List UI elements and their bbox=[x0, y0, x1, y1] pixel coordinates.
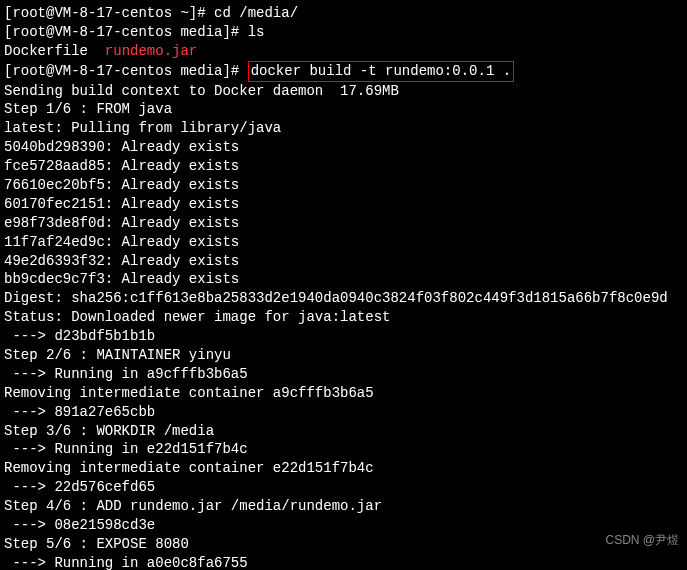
running-line: ---> Running in a0e0c8fa6755 bbox=[4, 554, 683, 570]
layer-line: e98f73de8f0d: Already exists bbox=[4, 214, 683, 233]
arrow-line: ---> 891a27e65cbb bbox=[4, 403, 683, 422]
terminal-output[interactable]: [root@VM-8-17-centos ~]# cd /media/ [roo… bbox=[4, 4, 683, 570]
prompt-line-1: [root@VM-8-17-centos ~]# cd /media/ bbox=[4, 4, 683, 23]
pulling-line: latest: Pulling from library/java bbox=[4, 119, 683, 138]
prompt-line-3: [root@VM-8-17-centos media]# docker buil… bbox=[4, 61, 683, 82]
removing-line: Removing intermediate container a9cfffb3… bbox=[4, 384, 683, 403]
layer-line: fce5728aad85: Already exists bbox=[4, 157, 683, 176]
layer-line: bb9cdec9c7f3: Already exists bbox=[4, 270, 683, 289]
removing-line: Removing intermediate container e22d151f… bbox=[4, 459, 683, 478]
highlighted-command: docker build -t rundemo:0.0.1 . bbox=[248, 61, 514, 82]
arrow-line: ---> 08e21598cd3e bbox=[4, 516, 683, 535]
layer-line: 11f7af24ed9c: Already exists bbox=[4, 233, 683, 252]
build-context: Sending build context to Docker daemon 1… bbox=[4, 82, 683, 101]
jar-file: rundemo.jar bbox=[105, 43, 197, 59]
running-line: ---> Running in e22d151f7b4c bbox=[4, 440, 683, 459]
prompt-line-2: [root@VM-8-17-centos media]# ls bbox=[4, 23, 683, 42]
layer-line: 5040bd298390: Already exists bbox=[4, 138, 683, 157]
watermark: CSDN @尹煜 bbox=[605, 532, 679, 548]
layer-line: 60170fec2151: Already exists bbox=[4, 195, 683, 214]
running-line: ---> Running in a9cfffb3b6a5 bbox=[4, 365, 683, 384]
digest-line: Digest: sha256:c1ff613e8ba25833d2e1940da… bbox=[4, 289, 683, 308]
step-3: Step 3/6 : WORKDIR /media bbox=[4, 422, 683, 441]
layer-line: 76610ec20bf5: Already exists bbox=[4, 176, 683, 195]
status-line: Status: Downloaded newer image for java:… bbox=[4, 308, 683, 327]
ls-output: Dockerfile rundemo.jar bbox=[4, 42, 683, 61]
layer-line: 49e2d6393f32: Already exists bbox=[4, 252, 683, 271]
step-5: Step 5/6 : EXPOSE 8080 bbox=[4, 535, 683, 554]
step-4: Step 4/6 : ADD rundemo.jar /media/rundem… bbox=[4, 497, 683, 516]
step-1: Step 1/6 : FROM java bbox=[4, 100, 683, 119]
arrow-line: ---> 22d576cefd65 bbox=[4, 478, 683, 497]
arrow-line: ---> d23bdf5b1b1b bbox=[4, 327, 683, 346]
step-2: Step 2/6 : MAINTAINER yinyu bbox=[4, 346, 683, 365]
